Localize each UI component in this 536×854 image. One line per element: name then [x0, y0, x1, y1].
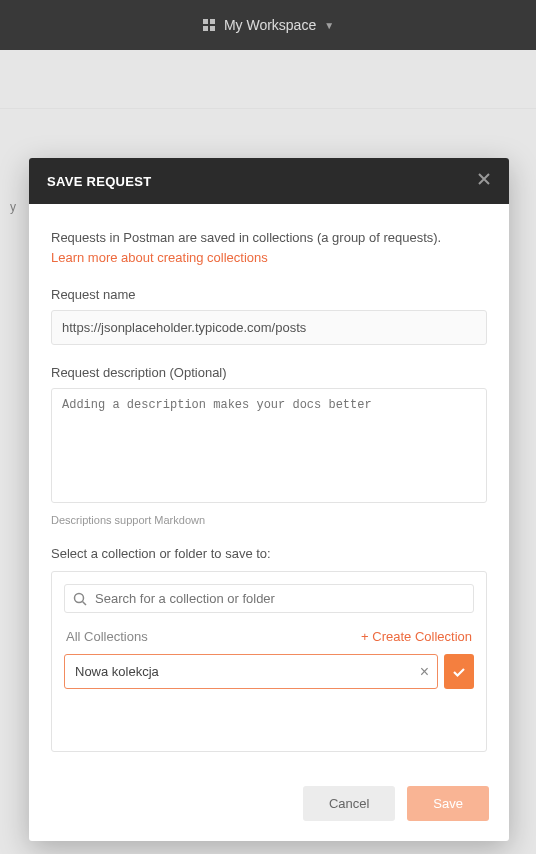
request-name-input[interactable] — [51, 310, 487, 345]
cancel-button[interactable]: Cancel — [303, 786, 395, 821]
collection-search-row — [64, 584, 474, 613]
modal-footer: Cancel Save — [29, 770, 509, 841]
create-collection-button[interactable]: + Create Collection — [361, 629, 472, 644]
save-button[interactable]: Save — [407, 786, 489, 821]
new-collection-row: × — [52, 654, 486, 701]
collection-list-header: All Collections + Create Collection — [52, 625, 486, 654]
all-collections-label: All Collections — [66, 629, 148, 644]
description-textarea[interactable] — [51, 388, 487, 503]
modal-title: SAVE REQUEST — [47, 174, 152, 189]
collection-search-input[interactable] — [95, 591, 465, 606]
new-collection-input-wrap: × — [64, 654, 438, 689]
modal-header: SAVE REQUEST — [29, 158, 509, 204]
new-collection-name-input[interactable] — [73, 655, 420, 688]
select-collection-label: Select a collection or folder to save to… — [51, 546, 487, 561]
request-name-label: Request name — [51, 287, 487, 302]
intro-text: Requests in Postman are saved in collect… — [51, 228, 487, 267]
confirm-collection-button[interactable] — [444, 654, 474, 689]
close-icon[interactable] — [477, 172, 491, 190]
save-request-modal: SAVE REQUEST Requests in Postman are sav… — [29, 158, 509, 841]
collection-list-spacer — [52, 701, 486, 751]
intro-line: Requests in Postman are saved in collect… — [51, 230, 441, 245]
description-label: Request description (Optional) — [51, 365, 487, 380]
search-icon — [73, 592, 87, 606]
check-icon — [451, 664, 467, 680]
learn-more-link[interactable]: Learn more about creating collections — [51, 250, 268, 265]
collection-picker: All Collections + Create Collection × — [51, 571, 487, 752]
markdown-hint: Descriptions support Markdown — [51, 514, 487, 526]
modal-body: Requests in Postman are saved in collect… — [29, 204, 509, 770]
svg-point-4 — [75, 593, 84, 602]
svg-line-5 — [83, 601, 87, 605]
clear-icon[interactable]: × — [420, 663, 429, 681]
